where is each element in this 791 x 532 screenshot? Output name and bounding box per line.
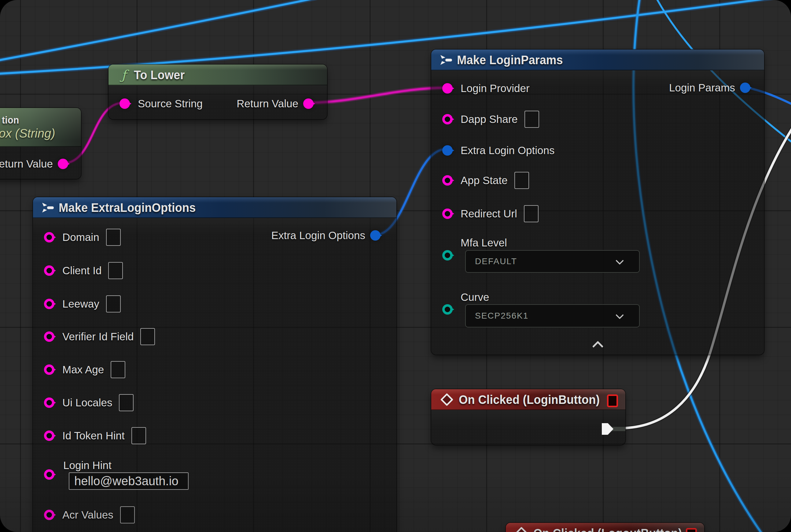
node-textbox-partial-header: tion ox (String) [0,108,81,147]
app-state-label: App State [461,174,508,187]
node-make-extra-login-options[interactable]: Make ExtraLoginOptions Domain Client Id … [33,197,397,532]
function-icon: ƒ [118,68,130,82]
redirect-url-value-box[interactable] [524,205,539,222]
row-ui-locales: Ui Locales [44,393,134,413]
curve-label: Curve [461,291,489,303]
verifier-id-field-label: Verifier Id Field [62,330,134,343]
login-provider-pin[interactable] [442,83,456,94]
node-textbox-partial-subtitle: ox (String) [0,127,55,140]
node-make-extra-login-options-header: Make ExtraLoginOptions [33,197,397,218]
to-lower-source-string-label: Source String [138,97,202,110]
acr-values-label: Acr Values [62,509,113,521]
domain-label: Domain [62,231,99,243]
id-token-hint-label: Id Token Hint [62,430,125,442]
extra-login-options-out-pin[interactable] [370,230,384,241]
curve-chevron-icon [616,311,624,319]
login-hint-pin[interactable] [44,469,57,480]
row-client-id: Client Id [44,261,123,280]
node-make-extra-login-options-title: Make ExtraLoginOptions [59,201,196,215]
login-params-out-pin[interactable] [740,82,753,93]
textbox-return-value-label: Return Value [0,158,53,170]
row-dapp-share: Dapp Share [442,110,539,129]
delegate-pin-icon[interactable] [686,528,697,532]
mfa-level-chevron-icon [616,256,624,265]
blueprint-graph-canvas[interactable]: tion ox (String) Return Value ƒ To Lower… [0,0,791,532]
node-on-clicked-login-button-title: On Clicked (LoginButton) [459,393,600,407]
mfa-level-value: DEFAULT [475,256,517,266]
row-redirect-url: Redirect Url [442,204,539,224]
curve-pin[interactable] [442,304,456,315]
client-id-pin[interactable] [44,265,57,276]
dapp-share-value-box[interactable] [524,111,539,128]
app-state-pin[interactable] [442,175,456,186]
ui-locales-pin[interactable] [44,397,57,408]
row-login-provider: Login Provider [442,79,530,98]
to-lower-return-value-pin[interactable] [303,98,317,109]
login-hint-input[interactable] [74,474,183,488]
app-state-value-box[interactable] [515,172,529,189]
mfa-level-pin[interactable] [442,250,456,261]
textbox-return-value-pin[interactable] [58,159,71,169]
extra-login-options-out-label: Extra Login Options [271,229,365,242]
curve-dropdown[interactable]: SECP256K1 [465,304,640,327]
domain-value-box[interactable] [106,229,121,246]
client-id-value-box[interactable] [108,262,123,279]
curve-value: SECP256K1 [475,311,528,321]
row-verifier-id-field: Verifier Id Field [44,327,155,346]
row-login-hint [44,465,57,484]
redirect-url-pin[interactable] [442,209,456,219]
login-provider-label: Login Provider [461,82,530,94]
node-make-login-params[interactable]: Make LoginParams Login Provider Dapp Sha… [431,50,764,355]
verifier-id-field-pin[interactable] [44,331,57,342]
node-on-clicked-logout-button[interactable]: On Clicked (LogoutButton) [506,523,704,532]
textbox-return-value-row: Return Value [0,154,71,174]
row-acr-values: Acr Values [44,505,135,525]
leeway-label: Leeway [62,298,99,310]
event-icon [440,393,453,406]
client-id-label: Client Id [62,264,101,277]
node-to-lower-header: ƒ To Lower [109,64,327,85]
node-to-lower[interactable]: ƒ To Lower Source String Return Value [109,64,327,119]
collapse-node-button[interactable] [594,342,602,350]
acr-values-value-box[interactable] [120,506,135,524]
collapse-chevron-icon [592,341,603,352]
login-hint-label: Login Hint [63,459,112,472]
node-textbox-partial[interactable]: tion ox (String) Return Value [0,108,81,179]
to-lower-source-string-pin[interactable] [119,98,133,109]
ui-locales-value-box[interactable] [119,394,134,411]
row-extra-login-options-in: Extra Login Options [442,141,555,160]
ui-locales-label: Ui Locales [62,397,112,409]
exec-out-pin[interactable] [602,423,613,435]
node-on-clicked-logout-button-header: On Clicked (LogoutButton) [506,523,704,532]
row-leeway: Leeway [44,294,121,314]
row-mfa-level [442,246,456,265]
acr-values-pin[interactable] [44,510,57,520]
row-app-state: App State [442,171,529,190]
max-age-label: Max Age [62,363,104,376]
node-on-clicked-login-button[interactable]: On Clicked (LoginButton) [431,389,625,445]
row-extra-login-options-out: Extra Login Options [271,226,384,245]
mfa-level-dropdown[interactable]: DEFAULT [465,250,640,273]
domain-pin[interactable] [44,232,57,243]
node-textbox-partial-title: tion [2,114,19,126]
id-token-hint-pin[interactable] [44,431,57,441]
row-max-age: Max Age [44,360,125,379]
node-on-clicked-login-button-header: On Clicked (LoginButton) [431,389,625,410]
login-hint-input-box[interactable] [69,472,189,490]
row-id-token-hint: Id Token Hint [44,426,146,445]
verifier-id-field-value-box[interactable] [140,328,155,345]
to-lower-return-value-label: Return Value [236,97,298,110]
extra-login-options-in-label: Extra Login Options [461,144,555,156]
max-age-value-box[interactable] [111,361,125,378]
dapp-share-pin[interactable] [442,114,456,125]
login-params-out-label: Login Params [669,82,735,94]
leeway-value-box[interactable] [106,296,121,312]
mfa-level-label: Mfa Level [461,236,507,249]
row-domain: Domain [44,227,121,247]
id-token-hint-value-box[interactable] [131,427,146,444]
max-age-pin[interactable] [44,364,57,375]
extra-login-options-in-pin[interactable] [442,145,456,156]
delegate-pin-icon[interactable] [607,394,618,407]
leeway-pin[interactable] [44,299,57,309]
to-lower-return-value-row: Return Value [236,94,317,113]
